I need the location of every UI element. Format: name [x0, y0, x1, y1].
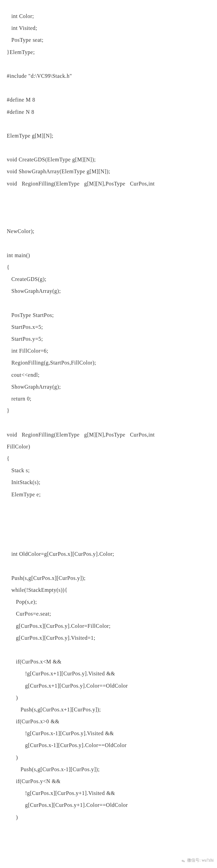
wechat-icon [181, 858, 186, 863]
code-content: int Color; int Visited; PosType seat; }E… [7, 10, 210, 868]
svg-point-1 [183, 861, 185, 862]
watermark: 微信号: wu7zhi [181, 856, 214, 865]
watermark-text: 微信号: wu7zhi [187, 856, 214, 865]
